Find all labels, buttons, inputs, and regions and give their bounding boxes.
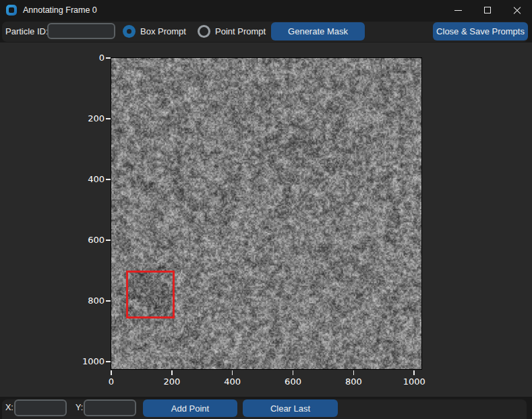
y-tick-mark bbox=[106, 118, 111, 119]
y-tick-mark bbox=[106, 300, 111, 302]
toolbar: Particle ID: Box Prompt Point Prompt Gen… bbox=[0, 20, 532, 43]
minimize-button[interactable] bbox=[443, 0, 473, 20]
radio-point-prompt-label: Point Prompt bbox=[215, 26, 266, 36]
minimize-icon bbox=[454, 10, 462, 11]
y-tick-label: 0 bbox=[64, 53, 105, 63]
y-tick-mark bbox=[106, 179, 111, 180]
close-icon bbox=[513, 6, 521, 14]
x-tick-mark bbox=[111, 370, 112, 375]
generate-mask-button[interactable]: Generate Mask bbox=[271, 22, 365, 40]
x-tick-label: 0 bbox=[91, 376, 131, 387]
window-controls bbox=[443, 0, 532, 20]
x-coord-label: X: bbox=[5, 397, 13, 419]
bottom-bar: X: Y: Add Point Clear Last bbox=[0, 397, 532, 419]
radio-box-prompt[interactable]: Box Prompt bbox=[123, 20, 186, 43]
axes bbox=[111, 57, 422, 370]
y-tick-label: 600 bbox=[64, 235, 105, 245]
radio-off-icon bbox=[198, 25, 210, 38]
close-button[interactable] bbox=[502, 0, 532, 20]
clear-last-button[interactable]: Clear Last bbox=[243, 399, 338, 417]
app-logo-icon bbox=[6, 5, 17, 16]
maximize-button[interactable] bbox=[473, 0, 502, 20]
radio-on-icon bbox=[123, 25, 136, 38]
app-window: Annotating Frame 0 Particle ID: Box Prom… bbox=[0, 0, 532, 419]
radio-box-prompt-label: Box Prompt bbox=[140, 26, 186, 36]
x-tick-mark bbox=[293, 370, 294, 375]
micrograph-canvas[interactable] bbox=[111, 58, 421, 369]
figure-area: 0200400600800100002004006008001000 bbox=[0, 43, 532, 397]
x-tick-label: 1000 bbox=[394, 376, 434, 387]
x-tick-mark bbox=[353, 370, 355, 375]
x-coord-input[interactable] bbox=[14, 399, 67, 416]
x-tick-mark bbox=[232, 370, 233, 375]
y-tick-label: 400 bbox=[64, 174, 105, 184]
y-coord-input[interactable] bbox=[84, 399, 136, 416]
y-tick-label: 1000 bbox=[64, 356, 105, 366]
y-coord-label: Y: bbox=[76, 397, 83, 419]
x-tick-label: 400 bbox=[212, 376, 253, 387]
maximize-icon bbox=[484, 7, 491, 13]
box-prompt-annotation bbox=[126, 271, 174, 318]
particle-id-input[interactable] bbox=[47, 23, 115, 39]
y-tick-mark bbox=[106, 240, 111, 241]
x-tick-mark bbox=[413, 370, 415, 375]
particle-id-label: Particle ID: bbox=[5, 20, 49, 43]
titlebar: Annotating Frame 0 bbox=[0, 0, 532, 20]
y-tick-label: 800 bbox=[64, 296, 105, 306]
y-tick-mark bbox=[106, 361, 111, 362]
radio-point-prompt[interactable]: Point Prompt bbox=[198, 20, 266, 43]
x-tick-mark bbox=[171, 370, 173, 375]
window-title: Annotating Frame 0 bbox=[23, 5, 97, 15]
add-point-button[interactable]: Add Point bbox=[143, 399, 237, 417]
y-tick-label: 200 bbox=[64, 113, 105, 123]
x-tick-label: 200 bbox=[152, 376, 192, 387]
y-tick-mark bbox=[106, 57, 111, 59]
close-save-prompts-button[interactable]: Close & Save Prompts bbox=[433, 22, 528, 40]
x-tick-label: 800 bbox=[333, 376, 374, 387]
x-tick-label: 600 bbox=[273, 376, 314, 387]
